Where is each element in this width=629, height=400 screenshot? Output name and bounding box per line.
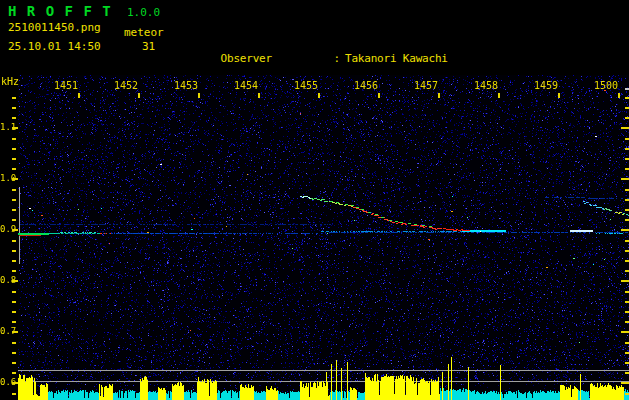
freq-minor-tick [12, 372, 16, 374]
freq-minor-tick [12, 97, 16, 99]
freq-minor-tick [12, 117, 16, 119]
freq-minor-tick [12, 168, 16, 170]
freq-unit-label: kHz [1, 76, 19, 87]
freq-minor-tick [12, 291, 16, 293]
timestamp: 25.10.01 14:50 [8, 40, 101, 53]
freq-minor-tick [12, 189, 16, 191]
freq-tick-label: 0.7 [0, 326, 13, 336]
info-value: Takanori Kawachi [340, 52, 448, 65]
spectrogram-canvas [18, 75, 629, 400]
freq-minor-tick [12, 138, 16, 140]
freq-tick-label: 0.9 [0, 224, 13, 234]
meteor-count: 31 [142, 40, 155, 53]
freq-minor-tick [12, 362, 16, 364]
freq-minor-tick [12, 342, 16, 344]
hrofft-screen: H R O F F T 1.0.0 2510011450.png meteor … [0, 0, 629, 400]
freq-minor-tick [12, 250, 16, 252]
freq-minor-tick [12, 199, 16, 201]
freq-minor-tick [12, 311, 16, 313]
output-filename: 2510011450.png [8, 21, 101, 34]
freq-tick-label: 0.6 [0, 377, 13, 387]
freq-minor-tick [12, 219, 16, 221]
app-title: H R O F F T [8, 3, 112, 19]
freq-minor-tick [12, 270, 16, 272]
freq-minor-tick [12, 321, 16, 323]
freq-minor-tick [12, 352, 16, 354]
freq-minor-tick [12, 148, 16, 150]
mode-label: meteor [124, 26, 164, 39]
freq-tick-label: 0.8 [0, 275, 13, 285]
freq-minor-tick [12, 158, 16, 160]
freq-tick-label: 1.0 [0, 173, 13, 183]
freq-minor-tick [12, 301, 16, 303]
freq-minor-tick [12, 209, 16, 211]
freq-minor-tick [12, 107, 16, 109]
freq-minor-tick [12, 393, 16, 395]
freq-minor-tick [12, 240, 16, 242]
time-axis-end-tick [625, 88, 629, 90]
freq-tick-label: 1.1 [0, 122, 13, 132]
info-row-observer: Observer:Takanori Kawachi [182, 41, 576, 53]
info-label: Observer [221, 53, 334, 65]
freq-minor-tick [12, 260, 16, 262]
app-version: 1.0.0 [127, 6, 160, 19]
